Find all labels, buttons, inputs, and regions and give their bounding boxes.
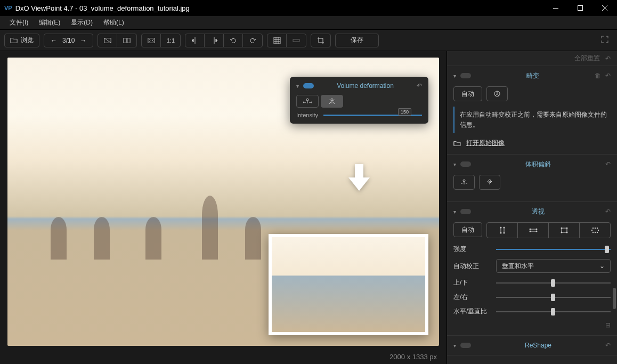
overlay-intensity-slider[interactable]: 150	[323, 115, 422, 116]
result-preview-inset	[269, 234, 428, 335]
down-arrow-graphic	[348, 164, 370, 191]
section-distortion-header[interactable]: ▾ 畸变 🗑 ↶	[453, 70, 611, 81]
svg-point-24	[566, 232, 567, 233]
chevron-down-icon: ▾	[453, 161, 456, 167]
menu-file[interactable]: 文件(I)	[4, 16, 34, 29]
perspective-rectangle-tool[interactable]	[549, 223, 580, 238]
svg-rect-5	[148, 38, 155, 43]
rectangle-icon	[560, 227, 569, 234]
section-perspective-header[interactable]: ▾ 透视 ↶	[453, 206, 611, 217]
crop-button[interactable]	[311, 34, 330, 47]
horizontal-person-icon	[303, 98, 312, 105]
overlay-collapse-button[interactable]: ▾	[296, 83, 299, 89]
section-undo-button[interactable]: ↶	[605, 160, 611, 168]
rotate-left-button[interactable]	[224, 34, 243, 47]
status-bar: 2000 x 1333 px	[0, 349, 446, 364]
flip-v-button[interactable]	[205, 34, 224, 47]
overlay-undo-button[interactable]: ↶	[417, 82, 422, 90]
undo-all-button[interactable]: ↶	[605, 55, 611, 62]
chevron-down-icon: ▾	[453, 73, 456, 79]
svg-point-10	[463, 180, 465, 182]
svg-point-19	[535, 231, 537, 232]
nav-prev-button[interactable]: ←	[47, 37, 60, 44]
overlay-toggle[interactable]	[303, 83, 314, 88]
browse-label: 浏览	[21, 36, 34, 45]
figure-silhouette	[94, 217, 110, 260]
ruler-button[interactable]	[287, 34, 306, 47]
nav-counter: 3/10	[62, 37, 75, 44]
fit-button[interactable]	[142, 34, 161, 47]
section-reshape-header[interactable]: ▾ ReShape ↶	[453, 340, 611, 351]
nav-next-button[interactable]: →	[77, 37, 90, 44]
volume-mode-horizontal-button[interactable]	[453, 175, 475, 190]
perspective-title: 透视	[475, 207, 601, 216]
rotate-right-icon	[249, 37, 256, 44]
maximize-button[interactable]	[568, 0, 592, 16]
figure-silhouette	[51, 217, 67, 260]
ruler-icon	[293, 37, 300, 44]
updown-slider[interactable]	[496, 282, 611, 284]
distortion-manual-button[interactable]	[486, 86, 508, 101]
auto-correct-select[interactable]: 垂直和水平 ⌄	[496, 259, 611, 273]
hv-ratio-slider[interactable]	[496, 311, 611, 312]
perspective-more-button[interactable]: ⊟	[453, 321, 611, 329]
perspective-horizontal-tool[interactable]	[518, 223, 549, 238]
chevron-down-icon: ▾	[453, 343, 456, 349]
folder-icon	[10, 37, 18, 44]
save-button[interactable]: 保存	[335, 34, 379, 47]
svg-point-18	[529, 231, 531, 232]
delete-icon[interactable]: 🗑	[595, 72, 601, 79]
scrollbar-thumb[interactable]	[613, 288, 616, 309]
svg-rect-6	[293, 39, 299, 42]
compare-split-button[interactable]	[117, 34, 136, 47]
perspective-vertical-tool[interactable]	[487, 223, 518, 238]
menu-edit[interactable]: 编辑(E)	[34, 16, 66, 29]
crop-icon	[317, 37, 324, 44]
image-viewport[interactable]: ▾ Volume deformation ↶ In	[0, 51, 446, 349]
folder-open-icon	[453, 140, 461, 147]
reset-all-button[interactable]: 全部重置	[574, 54, 600, 63]
section-undo-button[interactable]: ↶	[605, 208, 611, 215]
menu-view[interactable]: 显示(D)	[66, 16, 98, 29]
svg-point-31	[594, 228, 595, 229]
reshape-toggle[interactable]	[460, 343, 471, 348]
section-volume-header[interactable]: ▾ 体积偏斜 ↶	[453, 159, 611, 169]
volume-toggle[interactable]	[460, 161, 471, 167]
leftright-label: 左/右	[453, 293, 491, 302]
perspective-auto-button[interactable]: 自动	[453, 222, 482, 237]
chevron-down-icon: ▾	[453, 209, 456, 215]
svg-point-23	[561, 232, 562, 233]
volume-mode-diagonal-button[interactable]	[479, 175, 500, 190]
close-icon	[602, 5, 607, 11]
svg-point-16	[529, 229, 531, 230]
minimize-button[interactable]	[543, 0, 568, 16]
overlay-mode-diagonal-button[interactable]	[321, 95, 343, 108]
perspective-8point-tool[interactable]	[580, 223, 610, 238]
browse-button[interactable]: 浏览	[4, 34, 39, 47]
section-undo-button[interactable]: ↶	[605, 342, 611, 349]
grid-button[interactable]	[267, 34, 287, 47]
svg-rect-3	[124, 38, 126, 43]
zoom-100-button[interactable]: 1:1	[161, 34, 180, 47]
section-perspective: ▾ 透视 ↶ 自动 强度	[447, 202, 617, 336]
close-button[interactable]	[592, 0, 617, 16]
section-undo-button[interactable]: ↶	[605, 72, 611, 79]
rotate-right-button[interactable]	[243, 34, 262, 47]
menu-help[interactable]: 帮助(L)	[98, 16, 129, 29]
reshape-title: ReShape	[475, 342, 601, 349]
perspective-toggle[interactable]	[460, 209, 471, 214]
distortion-auto-button[interactable]: 自动	[453, 86, 482, 101]
open-original-link[interactable]: 打开原始图像	[453, 139, 611, 148]
diagonal-person-icon	[327, 98, 337, 105]
distortion-toggle[interactable]	[460, 73, 471, 78]
intensity-slider[interactable]	[496, 249, 611, 250]
chevron-down-icon: ⌄	[599, 262, 605, 270]
fullscreen-button[interactable]	[597, 36, 613, 45]
leftright-slider[interactable]	[496, 297, 611, 298]
flip-h-button[interactable]	[185, 34, 205, 47]
volume-deformation-overlay: ▾ Volume deformation ↶ In	[290, 77, 428, 124]
compare-single-button[interactable]	[98, 34, 117, 47]
toolbar: 浏览 ← 3/10 → 1:1 保存	[0, 30, 617, 51]
eight-point-icon	[591, 227, 599, 234]
overlay-mode-horizontal-button[interactable]	[296, 95, 319, 108]
